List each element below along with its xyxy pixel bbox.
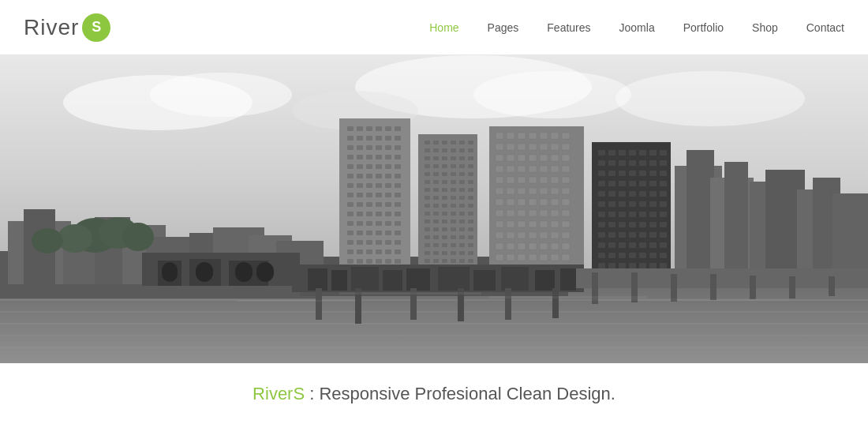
svg-rect-376 [660, 222, 667, 227]
logo-badge: S [82, 13, 110, 42]
svg-rect-50 [385, 145, 391, 150]
svg-rect-210 [433, 251, 439, 255]
nav-link-joomla[interactable]: Joomla [619, 21, 655, 34]
svg-rect-137 [425, 156, 430, 160]
svg-rect-381 [639, 232, 646, 238]
svg-rect-51 [395, 145, 401, 150]
svg-rect-72 [366, 183, 372, 188]
svg-rect-44 [385, 136, 391, 141]
svg-rect-269 [551, 199, 559, 205]
svg-rect-71 [357, 183, 363, 188]
svg-rect-277 [562, 210, 570, 216]
svg-rect-177 [459, 204, 465, 208]
svg-rect-387 [629, 242, 636, 248]
svg-rect-427 [438, 267, 470, 291]
svg-rect-252 [518, 177, 526, 183]
svg-rect-274 [529, 210, 537, 216]
svg-rect-191 [425, 227, 430, 231]
svg-rect-123 [395, 259, 401, 264]
svg-rect-424 [351, 267, 379, 291]
svg-rect-68 [385, 174, 391, 178]
nav-link-features[interactable]: Features [547, 21, 590, 34]
svg-rect-70 [347, 183, 354, 188]
svg-rect-118 [347, 259, 354, 264]
svg-rect-241 [551, 155, 559, 161]
svg-rect-92 [385, 212, 391, 216]
svg-rect-97 [376, 221, 382, 226]
logo-text: River [24, 15, 79, 40]
svg-point-5 [615, 71, 805, 126]
tagline-description: : Responsive Profesional Clean Design. [305, 384, 615, 403]
svg-rect-226 [540, 133, 548, 139]
nav-item-features[interactable]: Features [547, 21, 590, 35]
svg-rect-115 [376, 250, 382, 254]
svg-rect-367 [639, 212, 646, 217]
svg-rect-144 [433, 164, 439, 168]
svg-rect-142 [468, 156, 473, 160]
svg-rect-347 [649, 181, 657, 186]
svg-rect-39 [395, 126, 401, 131]
svg-rect-280 [518, 221, 526, 227]
svg-rect-31 [235, 262, 253, 282]
svg-rect-432 [316, 288, 322, 320]
svg-rect-95 [357, 221, 363, 226]
nav-link-portfolio[interactable]: Portfolio [683, 21, 724, 34]
svg-rect-291 [562, 232, 570, 238]
svg-rect-76 [347, 193, 354, 197]
svg-rect-235 [562, 144, 570, 150]
svg-rect-183 [459, 212, 465, 216]
svg-rect-42 [366, 136, 372, 141]
nav-item-joomla[interactable]: Joomla [619, 21, 655, 35]
svg-rect-384 [598, 242, 605, 248]
svg-rect-286 [507, 232, 514, 238]
svg-rect-45 [395, 136, 401, 141]
svg-rect-161 [425, 188, 430, 192]
svg-rect-322 [608, 150, 615, 156]
nav-item-pages[interactable]: Pages [488, 21, 519, 35]
svg-rect-133 [442, 148, 447, 152]
svg-rect-182 [451, 212, 456, 216]
nav-link-pages[interactable]: Pages [488, 21, 519, 34]
svg-rect-195 [459, 227, 465, 231]
nav-link-shop[interactable]: Shop [752, 21, 778, 34]
svg-rect-371 [608, 222, 615, 227]
svg-rect-209 [425, 251, 430, 255]
svg-rect-295 [529, 243, 537, 250]
svg-rect-159 [459, 180, 465, 184]
svg-rect-386 [619, 242, 626, 248]
svg-rect-100 [347, 231, 354, 235]
svg-rect-113 [357, 250, 363, 254]
tagline-text: RiverS : Responsive Profesional Clean De… [253, 384, 615, 404]
svg-rect-328 [598, 160, 605, 166]
svg-rect-349 [598, 191, 605, 197]
svg-rect-275 [540, 210, 548, 216]
svg-rect-98 [385, 221, 391, 226]
svg-rect-374 [639, 222, 646, 227]
nav-item-shop[interactable]: Shop [752, 21, 778, 35]
svg-rect-365 [619, 212, 626, 217]
svg-rect-329 [608, 160, 615, 166]
svg-rect-214 [468, 251, 473, 255]
svg-rect-181 [442, 212, 447, 216]
svg-rect-378 [608, 232, 615, 238]
svg-rect-403 [649, 263, 657, 268]
svg-rect-129 [459, 141, 465, 144]
svg-rect-116 [385, 250, 391, 254]
svg-rect-167 [425, 196, 430, 200]
svg-rect-82 [347, 202, 354, 207]
nav-link-home[interactable]: Home [429, 21, 458, 34]
nav-item-home[interactable]: Home [429, 21, 458, 35]
nav-item-portfolio[interactable]: Portfolio [683, 21, 724, 35]
svg-rect-179 [425, 212, 430, 216]
svg-rect-336 [608, 171, 615, 176]
nav-item-contact[interactable]: Contact [806, 21, 844, 35]
svg-rect-178 [468, 204, 473, 208]
svg-rect-250 [496, 177, 503, 183]
logo[interactable]: River S [24, 13, 110, 42]
svg-rect-93 [395, 212, 401, 216]
svg-rect-120 [366, 259, 372, 264]
svg-rect-333 [649, 160, 657, 166]
svg-rect-428 [473, 270, 496, 291]
nav-link-contact[interactable]: Contact [806, 21, 844, 34]
svg-rect-230 [507, 144, 514, 150]
